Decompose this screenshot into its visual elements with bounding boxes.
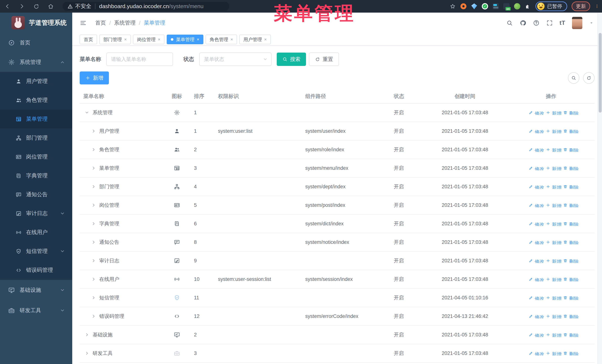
reset-button[interactable]: 重置 xyxy=(309,52,339,66)
sidebar-item-compass[interactable]: 首页 xyxy=(0,33,72,52)
expand-row-icon[interactable] xyxy=(85,351,89,356)
extension-toggle-icon[interactable] xyxy=(493,3,499,10)
delete-link[interactable]: 删除 xyxy=(563,110,574,115)
font-size-icon[interactable]: tT xyxy=(559,20,565,26)
user-avatar[interactable] xyxy=(572,17,582,29)
tab-用户管理[interactable]: 用户管理× xyxy=(239,35,271,44)
add-link[interactable]: 新增 xyxy=(546,314,556,318)
edit-link[interactable]: 修改 xyxy=(529,240,539,244)
expand-row-icon[interactable] xyxy=(91,277,96,282)
collapse-row-icon[interactable] xyxy=(85,110,89,115)
delete-link[interactable]: 删除 xyxy=(563,314,574,318)
edit-link[interactable]: 修改 xyxy=(529,166,539,170)
sidebar-item-code[interactable]: 错误码管理 xyxy=(0,261,72,280)
refresh-table-button[interactable] xyxy=(583,72,595,84)
add-link[interactable]: 新增 xyxy=(546,295,556,300)
extension-orange-icon[interactable] xyxy=(460,3,467,10)
close-icon[interactable]: × xyxy=(158,37,161,42)
delete-link[interactable]: 删除 xyxy=(563,221,574,226)
edit-link[interactable]: 修改 xyxy=(529,110,539,115)
add-link[interactable]: 新增 xyxy=(546,259,556,263)
tab-岗位管理[interactable]: 岗位管理× xyxy=(133,35,164,44)
menu-name-input[interactable] xyxy=(106,52,173,66)
delete-link[interactable]: 删除 xyxy=(563,240,574,244)
tab-首页[interactable]: 首页 xyxy=(80,35,97,44)
delete-link[interactable]: 删除 xyxy=(563,333,574,337)
tab-部门管理[interactable]: 部门管理× xyxy=(99,35,131,44)
add-link[interactable]: 新增 xyxy=(546,203,556,207)
close-icon[interactable]: × xyxy=(264,37,267,42)
edit-link[interactable]: 修改 xyxy=(529,277,539,281)
sidebar-item-toolbox[interactable]: 研发工具 xyxy=(0,300,72,321)
extension-check-icon[interactable]: ✓ xyxy=(482,3,488,10)
expand-row-icon[interactable] xyxy=(91,147,96,152)
expand-row-icon[interactable] xyxy=(91,203,96,208)
help-icon[interactable] xyxy=(533,20,540,26)
sidebar-item-table[interactable]: 菜单管理 xyxy=(0,110,72,128)
delete-link[interactable]: 删除 xyxy=(563,129,574,133)
delete-link[interactable]: 删除 xyxy=(563,351,574,355)
sidebar-item-online[interactable]: 在线用户 xyxy=(0,223,72,242)
tab-角色管理[interactable]: 角色管理× xyxy=(206,35,237,44)
bookmark-star-icon[interactable] xyxy=(450,3,456,10)
browser-home-button[interactable] xyxy=(46,2,55,11)
add-link[interactable]: 新增 xyxy=(546,110,556,115)
sidebar-item-idcard[interactable]: 岗位管理 xyxy=(0,147,72,166)
tab-菜单管理[interactable]: 菜单管理× xyxy=(167,35,203,44)
add-link[interactable]: 新增 xyxy=(546,333,556,337)
close-icon[interactable]: × xyxy=(124,37,127,42)
delete-link[interactable]: 删除 xyxy=(563,277,574,281)
extension-on-badge-icon[interactable]: on xyxy=(503,3,510,10)
browser-menu-icon[interactable] xyxy=(595,4,599,9)
add-link[interactable]: 新增 xyxy=(546,184,556,189)
add-link[interactable]: 新增 xyxy=(546,166,556,170)
expand-row-icon[interactable] xyxy=(91,221,96,226)
breadcrumb-item[interactable]: 系统管理 xyxy=(114,19,136,27)
edit-link[interactable]: 修改 xyxy=(529,314,539,318)
add-link[interactable]: 新增 xyxy=(546,240,556,244)
browser-forward-button[interactable] xyxy=(17,2,26,11)
sidebar-item-users[interactable]: 角色管理 xyxy=(0,91,72,110)
edit-link[interactable]: 修改 xyxy=(529,147,539,152)
browser-update-button[interactable]: 更新 xyxy=(572,1,590,11)
edit-link[interactable]: 修改 xyxy=(529,295,539,300)
expand-row-icon[interactable] xyxy=(91,129,96,134)
add-link[interactable]: 新增 xyxy=(546,351,556,355)
extension-gem-icon[interactable] xyxy=(471,3,477,10)
sidebar-item-book[interactable]: 字典管理 xyxy=(0,166,72,185)
sidebar-item-gear[interactable]: 系统管理 xyxy=(0,52,72,72)
status-select[interactable] xyxy=(199,52,271,66)
search-button[interactable]: 搜索 xyxy=(277,52,306,66)
github-icon[interactable] xyxy=(520,20,526,26)
sidebar-item-edit[interactable]: 审计日志 xyxy=(0,204,72,223)
sidebar-item-user[interactable]: 用户管理 xyxy=(0,72,72,91)
avatar-caret-down-icon[interactable] xyxy=(589,21,594,25)
delete-link[interactable]: 删除 xyxy=(563,259,574,263)
breadcrumb-item[interactable]: 首页 xyxy=(95,19,106,27)
browser-profile-button[interactable]: 已暂停 xyxy=(536,1,567,11)
extensions-puzzle-icon[interactable] xyxy=(525,3,531,10)
delete-link[interactable]: 删除 xyxy=(563,147,574,152)
expand-row-icon[interactable] xyxy=(91,314,96,319)
fullscreen-icon[interactable] xyxy=(546,20,553,26)
extension-frog-icon[interactable] xyxy=(514,3,520,10)
add-link[interactable]: 新增 xyxy=(546,147,556,152)
add-link[interactable]: 新增 xyxy=(546,221,556,226)
close-icon[interactable]: × xyxy=(197,37,199,42)
edit-link[interactable]: 修改 xyxy=(529,203,539,207)
expand-row-icon[interactable] xyxy=(91,166,96,170)
search-icon[interactable] xyxy=(506,20,513,26)
sidebar-item-monitor[interactable]: 基础设施 xyxy=(0,280,72,300)
sidebar-item-shield[interactable]: 短信管理 xyxy=(0,242,72,261)
delete-link[interactable]: 删除 xyxy=(563,295,574,300)
edit-link[interactable]: 修改 xyxy=(529,184,539,189)
expand-row-icon[interactable] xyxy=(85,332,89,337)
browser-back-button[interactable] xyxy=(3,2,12,11)
add-button[interactable]: 新增 xyxy=(80,72,109,84)
delete-link[interactable]: 删除 xyxy=(563,203,574,207)
edit-link[interactable]: 修改 xyxy=(529,221,539,226)
delete-link[interactable]: 删除 xyxy=(563,166,574,170)
scrollbar-track[interactable] xyxy=(598,13,602,364)
browser-reload-button[interactable] xyxy=(32,2,41,11)
collapse-sidebar-button[interactable] xyxy=(80,20,87,26)
